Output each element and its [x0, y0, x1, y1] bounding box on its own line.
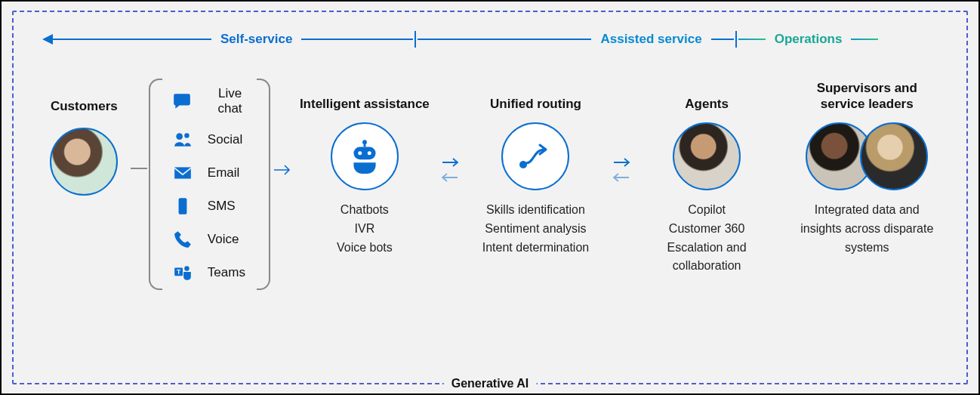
connector-line: [131, 168, 147, 169]
list-item: Copilot: [639, 201, 775, 220]
timeline-line: [851, 39, 878, 41]
voice-icon: [171, 230, 194, 249]
channel-label: Social: [208, 132, 242, 147]
timeline-label-assisted-service: Assisted service: [591, 32, 710, 47]
timeline-line: [301, 39, 413, 41]
list-item: Skills identification: [482, 201, 589, 220]
svg-rect-8: [353, 147, 375, 160]
agent-photo: [673, 122, 741, 190]
routing-icon: [501, 122, 569, 190]
timeline-label-self-service: Self-service: [211, 32, 301, 47]
supervisors-column: Supervisors and service leaders Integrat…: [797, 79, 938, 257]
list-item: IVR: [337, 220, 393, 239]
timeline-tick: [414, 31, 416, 48]
bracket-left-icon: [149, 79, 162, 290]
channel-label: Teams: [208, 265, 245, 280]
timeline-line: [738, 39, 766, 41]
svg-point-10: [368, 151, 371, 155]
service-timeline: Self-service Assisted service Operations: [42, 18, 938, 60]
timeline-line: [418, 39, 591, 41]
svg-point-1: [184, 133, 190, 138]
supervisor-photo: [860, 122, 928, 190]
list-item: Sentiment analysis: [482, 220, 589, 239]
chat-icon: [171, 91, 193, 111]
channels-column: Live chat Social Email: [152, 79, 267, 290]
customer-photo: [50, 128, 118, 196]
agents-column: Agents Copilot Customer 360 Escalation a…: [639, 79, 775, 276]
footer-label: Generative AI: [444, 377, 537, 390]
agents-title: Agents: [685, 79, 729, 112]
list-item: Intent determination: [482, 239, 589, 258]
channel-label: SMS: [208, 199, 236, 214]
timeline-tick: [735, 31, 737, 48]
list-item: Customer 360: [639, 220, 775, 239]
list-item: Chatbots: [337, 201, 393, 220]
channel-live-chat: Live chat: [171, 86, 254, 116]
supervisor-photos: [806, 122, 928, 190]
channel-sms: SMS: [171, 196, 254, 216]
intelligent-title: Intelligent assistance: [300, 79, 430, 112]
diagram-dashed-frame: Self-service Assisted service Operations…: [12, 11, 968, 384]
bidirectional-arrow-icon: [608, 136, 635, 204]
channel-email: Email: [171, 163, 254, 183]
routing-items: Skills identification Sentiment analysis…: [482, 201, 589, 257]
sms-icon: [171, 196, 194, 216]
channel-social: Social: [171, 130, 254, 150]
routing-title: Unified routing: [490, 79, 581, 112]
list-item: Voice bots: [337, 239, 393, 258]
bracket-right-icon: [257, 79, 270, 290]
bot-icon: [331, 122, 399, 190]
svg-point-5: [184, 266, 190, 271]
diagram-outer-frame: Self-service Assisted service Operations…: [0, 0, 980, 395]
customers-title: Customers: [51, 98, 118, 114]
svg-point-11: [519, 161, 527, 168]
svg-text:T: T: [177, 268, 181, 276]
channel-voice: Voice: [171, 230, 254, 249]
svg-rect-7: [363, 142, 365, 147]
timeline-label-operations: Operations: [766, 32, 852, 47]
channels-list: Live chat Social Email: [152, 79, 267, 290]
channel-teams: T Teams: [171, 263, 254, 282]
timeline-line: [53, 39, 211, 41]
svg-rect-2: [178, 198, 186, 214]
diagram-main-row: Customers Live chat: [42, 79, 938, 290]
teams-icon: T: [171, 263, 194, 282]
bidirectional-arrow-icon: [436, 136, 464, 204]
channel-label: Live chat: [206, 86, 254, 116]
svg-point-0: [176, 133, 183, 140]
list-item: Escalation and collaboration: [639, 239, 775, 276]
timeline-line: [711, 39, 734, 41]
supervisors-title: Supervisors and service leaders: [797, 79, 938, 112]
svg-point-9: [358, 151, 362, 155]
agents-items: Copilot Customer 360 Escalation and coll…: [639, 201, 775, 276]
intelligent-assistance-column: Intelligent assistance Chatbots IVR Voic…: [297, 79, 432, 257]
flow-arrow-icon: [272, 136, 292, 204]
timeline-arrow-left-icon: [42, 34, 53, 45]
supervisors-desc: Integrated data and insights across disp…: [797, 201, 938, 257]
social-icon: [171, 130, 194, 150]
unified-routing-column: Unified routing Skills identification Se…: [468, 79, 603, 257]
email-icon: [171, 163, 194, 183]
intelligent-items: Chatbots IVR Voice bots: [337, 201, 393, 257]
channel-label: Email: [208, 165, 240, 181]
channel-label: Voice: [208, 232, 239, 247]
customers-column: Customers: [42, 98, 126, 206]
